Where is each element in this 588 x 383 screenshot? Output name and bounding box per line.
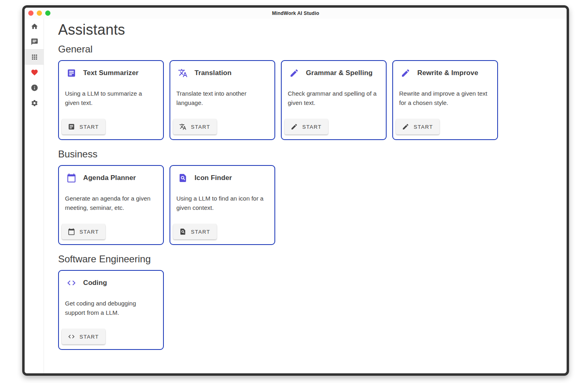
icon-search-icon bbox=[179, 228, 186, 235]
card-description: Translate text into another language. bbox=[176, 89, 269, 119]
card-description: Rewrite and improve a given text for a c… bbox=[399, 89, 492, 119]
assistant-card: TranslationTranslate text into another l… bbox=[169, 60, 275, 140]
card-description: Using a LLM to summarize a given text. bbox=[65, 89, 157, 119]
title-bar: MindWork AI Studio bbox=[25, 8, 567, 19]
assistant-card: Rewrite & ImproveRewrite and improve a g… bbox=[392, 60, 498, 140]
code-icon bbox=[68, 333, 75, 340]
card-header: Grammar & Spelling bbox=[287, 66, 380, 78]
card-title: Grammar & Spelling bbox=[306, 69, 372, 77]
start-button-label: START bbox=[80, 124, 99, 130]
assistant-card: CodingGet coding and debugging support f… bbox=[58, 270, 164, 350]
apps-grid-icon bbox=[31, 53, 38, 61]
start-button[interactable]: START bbox=[173, 224, 217, 239]
pencil-icon bbox=[401, 68, 410, 78]
sidebar bbox=[25, 19, 44, 373]
card-row: CodingGet coding and debugging support f… bbox=[58, 270, 559, 350]
start-button-label: START bbox=[414, 124, 433, 130]
section-title: Business bbox=[58, 149, 559, 160]
page-title: Assistants bbox=[58, 21, 559, 38]
gear-icon bbox=[31, 99, 38, 107]
assistant-card: Agenda PlannerGenerate an agenda for a g… bbox=[58, 165, 164, 245]
window-body: Assistants GeneralText SummarizerUsing a… bbox=[25, 19, 567, 373]
start-button[interactable]: START bbox=[396, 119, 439, 134]
card-header: Rewrite & Improve bbox=[399, 66, 492, 78]
sidebar-item-assistants[interactable] bbox=[25, 49, 44, 65]
card-description: Using a LLM to find an icon for a given … bbox=[176, 194, 269, 224]
icon-search-icon bbox=[178, 173, 188, 183]
main-content: Assistants GeneralText SummarizerUsing a… bbox=[44, 19, 567, 373]
sidebar-item-supporters[interactable] bbox=[25, 65, 44, 80]
start-button[interactable]: START bbox=[285, 119, 328, 134]
card-description: Generate an agenda for a given meeting, … bbox=[65, 194, 157, 224]
start-button-label: START bbox=[302, 124, 322, 130]
calendar-icon bbox=[67, 173, 76, 183]
start-button[interactable]: START bbox=[62, 224, 105, 239]
pencil-icon bbox=[402, 123, 409, 130]
start-button-label: START bbox=[80, 334, 99, 340]
card-header: Text Summarizer bbox=[65, 66, 157, 78]
pencil-icon bbox=[289, 68, 299, 78]
assistant-card: Icon FinderUsing a LLM to find an icon f… bbox=[169, 165, 275, 245]
sidebar-item-home[interactable] bbox=[25, 19, 44, 34]
card-header: Coding bbox=[65, 276, 157, 288]
start-button[interactable]: START bbox=[62, 329, 105, 344]
start-button-label: START bbox=[191, 124, 210, 130]
window-title: MindWork AI Studio bbox=[25, 10, 567, 16]
assistant-card: Text SummarizerUsing a LLM to summarize … bbox=[58, 60, 164, 140]
pencil-icon bbox=[291, 123, 298, 130]
sidebar-item-settings[interactable] bbox=[25, 95, 44, 111]
summarize-icon bbox=[67, 68, 76, 78]
chat-icon bbox=[31, 38, 38, 46]
section-title: General bbox=[58, 44, 559, 55]
translate-icon bbox=[179, 123, 186, 130]
card-header: Agenda Planner bbox=[65, 171, 157, 183]
start-button-label: START bbox=[80, 229, 99, 235]
calendar-icon bbox=[68, 228, 75, 235]
card-title: Text Summarizer bbox=[83, 69, 138, 77]
summarize-icon bbox=[68, 123, 75, 130]
card-title: Rewrite & Improve bbox=[417, 69, 478, 77]
card-title: Agenda Planner bbox=[83, 174, 136, 182]
section-title: Software Engineering bbox=[58, 253, 559, 265]
app-window: MindWork AI Studio Assistants GeneralTex… bbox=[22, 5, 569, 376]
card-description: Get coding and debugging support from a … bbox=[65, 299, 157, 329]
start-button[interactable]: START bbox=[62, 119, 105, 134]
card-row: Agenda PlannerGenerate an agenda for a g… bbox=[58, 165, 559, 245]
sidebar-item-chats[interactable] bbox=[25, 34, 44, 49]
code-icon bbox=[67, 278, 76, 288]
start-button-label: START bbox=[191, 229, 210, 235]
card-title: Icon Finder bbox=[195, 174, 232, 182]
card-description: Check grammar and spelling of a given te… bbox=[288, 89, 380, 119]
assistant-sections: GeneralText SummarizerUsing a LLM to sum… bbox=[58, 44, 559, 350]
sidebar-item-about[interactable] bbox=[25, 80, 44, 95]
card-row: Text SummarizerUsing a LLM to summarize … bbox=[58, 60, 559, 140]
home-icon bbox=[31, 23, 38, 30]
card-header: Translation bbox=[176, 66, 269, 78]
heart-icon bbox=[31, 69, 38, 76]
translate-icon bbox=[178, 68, 188, 78]
start-button[interactable]: START bbox=[173, 119, 217, 134]
info-icon bbox=[31, 84, 38, 92]
card-header: Icon Finder bbox=[176, 171, 269, 183]
assistant-card: Grammar & SpellingCheck grammar and spel… bbox=[281, 60, 387, 140]
card-title: Coding bbox=[83, 279, 107, 287]
card-title: Translation bbox=[195, 69, 232, 77]
